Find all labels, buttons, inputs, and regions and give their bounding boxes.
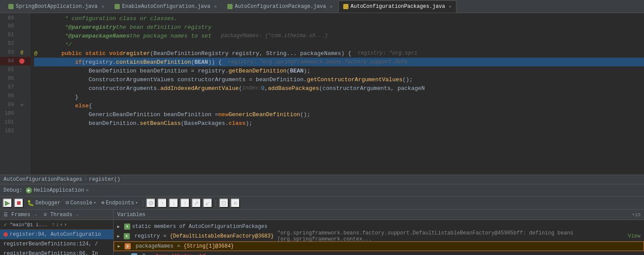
breadcrumb-separator: › xyxy=(84,176,87,183)
toolbar-sep-2 xyxy=(216,200,216,207)
debugger-icon: 🐛 xyxy=(27,200,34,207)
toolbar-more-btn[interactable]: ≡ xyxy=(230,198,240,208)
line-num-100: 100 xyxy=(0,109,17,118)
code-line-94: if (registry. containsBeanDefinition (BE… xyxy=(34,58,644,66)
var-item-index0[interactable]: ▶ ☰ 0 = "com.itheima.sh" xyxy=(114,252,644,255)
frame-check-icon[interactable]: ✓ xyxy=(3,221,7,228)
var-icon-static: s xyxy=(124,224,130,230)
var-equals-packagenames: = xyxy=(177,243,180,249)
code-line-90: * @param registry the bean definition re… xyxy=(34,23,644,31)
line-num-101: 101 xyxy=(0,118,17,127)
line-num-92: 92 xyxy=(0,39,17,48)
expand-arrow-static[interactable]: ▶ xyxy=(117,224,122,229)
debug-app-icon: ▶ xyxy=(26,187,32,193)
frame-nav-btns: ↑ ↓ ‹ › xyxy=(52,222,67,228)
tab-springbootapplication[interactable]: SpringBootApplication.java ✕ xyxy=(3,0,109,13)
toolbar-resume-btn[interactable]: ▶ xyxy=(3,198,12,208)
line-num-91: 91 xyxy=(0,31,17,39)
expand-arrow-packagenames[interactable]: ▶ xyxy=(118,244,123,249)
tab-enableautoconfiguration[interactable]: EnableAutoConfiguration.java ✕ xyxy=(110,0,222,13)
tab-close-springbootapplication[interactable]: ✕ xyxy=(101,4,104,9)
toolbar-settings-btn[interactable]: ⚙ xyxy=(146,198,156,208)
tab-close-autoconfigurationpackages[interactable]: ✕ xyxy=(449,4,452,9)
breadcrumb-method: register() xyxy=(89,176,120,183)
gutter-102 xyxy=(17,127,26,135)
var-name-index0: 0 xyxy=(139,253,145,255)
code-line-95: BeanDefinition beanDefinition = registry… xyxy=(34,66,644,75)
tab-icon-autoconfigurationpackages xyxy=(343,4,348,9)
endpoints-dropdown-arrow: ▾ xyxy=(136,200,138,205)
toolbar-step-into-btn[interactable]: ↓ xyxy=(169,198,178,208)
frame-item-1[interactable]: registerBeanDefinitions:124, / xyxy=(0,239,113,249)
toolbar-stop-btn[interactable]: ⏹ xyxy=(14,198,24,208)
tab-icon-springbootapplication xyxy=(8,4,14,9)
var-icon-registry: s xyxy=(124,233,130,239)
line-num-99: 99 xyxy=(0,100,17,109)
frame-item-0[interactable]: register:94, AutoConfiguratio xyxy=(0,230,113,239)
frame-item-2[interactable]: registerBeanDefinitions:86, In xyxy=(0,249,113,255)
line-num-89: 89 xyxy=(0,14,17,22)
code-line-101: beanDefinition. setBeanClass (BasePackag… xyxy=(34,119,644,128)
debug-panels: ☰ Frames → ≡ Threads → ✓ "main"@1 i... ↑… xyxy=(0,210,644,255)
frame-nav-up[interactable]: ↑ xyxy=(52,222,55,228)
toolbar-run-cursor-btn[interactable]: ↗ xyxy=(191,198,201,208)
frame-nav-prev[interactable]: ‹ xyxy=(60,222,63,228)
code-line-102 xyxy=(34,128,644,136)
toolbar-step-out-btn[interactable]: ↑ xyxy=(180,198,190,208)
line-num-98: 98 xyxy=(0,92,17,100)
gutter-100 xyxy=(17,109,26,118)
debug-label: Debug: xyxy=(3,187,22,193)
debug-app-close[interactable]: ✕ xyxy=(86,187,89,193)
threads-arrow: → xyxy=(76,212,79,217)
toolbar-memory-btn[interactable]: ⊡ xyxy=(219,198,229,208)
var-tree: ▶ s static members of AutoConfigurationP… xyxy=(114,220,644,255)
console-icon: ⊡ xyxy=(66,200,69,206)
toolbar-debugger-label[interactable]: 🐛 Debugger xyxy=(25,200,63,207)
toolbar-evaluate-btn[interactable]: ↙ xyxy=(203,198,212,208)
toolbar-step-over-up-btn[interactable]: ↑ xyxy=(157,198,167,208)
var-value-index0: "com.itheima.sh" xyxy=(156,253,206,255)
toolbar-console-btn[interactable]: ⊡ Console ▾ xyxy=(64,200,98,206)
tab-close-autoconfigurationpackage[interactable]: ✕ xyxy=(330,4,333,9)
line-num-95: 95 xyxy=(0,65,17,74)
var-name-registry: registry xyxy=(132,233,160,239)
variables-header: Variables +15 xyxy=(114,210,644,220)
var-item-registry[interactable]: ▶ s registry = {DefaultListableBeanFacto… xyxy=(114,231,644,241)
tab-autoconfigurationpackages[interactable]: AutoConfigurationPackages.java ✕ xyxy=(338,0,456,13)
code-line-99: else { xyxy=(34,101,644,110)
line-num-93: 93 xyxy=(0,48,17,57)
debug-app: ▶ HelloApplication ✕ xyxy=(26,187,89,193)
var-extra-registry: "org.springframework.beans.factory.suppo… xyxy=(277,230,623,242)
gutter-91 xyxy=(17,31,26,39)
editor-area: 89 90 91 92 93 @ 94 xyxy=(0,13,644,175)
toolbar-endpoints-btn[interactable]: ⊕ Endpoints ▾ xyxy=(100,200,139,206)
frame-nav-down[interactable]: ↓ xyxy=(56,222,59,228)
code-line-91: * @param packageNames the package names … xyxy=(34,31,644,40)
var-type-registry: {DefaultListableBeanFactory@3683} xyxy=(170,233,274,239)
gutter-93: @ xyxy=(17,48,26,57)
tab-autoconfigurationpackage[interactable]: AutoConfigurationPackage.java ✕ xyxy=(223,0,338,13)
variables-panel: Variables +15 ▶ s static members of Auto… xyxy=(114,210,644,255)
expand-arrow-registry[interactable]: ▶ xyxy=(117,234,122,239)
var-item-packagenames[interactable]: ▶ p packageNames = {String[1]@3684} xyxy=(114,241,644,251)
debug-bar: Debug: ▶ HelloApplication ✕ xyxy=(0,184,644,196)
var-icon-list-index0: ☰ xyxy=(131,253,137,255)
line-num-96: 96 xyxy=(0,74,17,83)
line-num-102: 102 xyxy=(0,127,17,135)
tab-label-enableautoconfiguration: EnableAutoConfiguration.java xyxy=(122,3,210,10)
frame-nav-next[interactable]: › xyxy=(64,222,67,228)
debug-toolbar: ▶ ⏹ 🐛 Debugger ⊡ Console ▾ ⊕ Endpoints ▾… xyxy=(0,196,644,210)
var-equals-registry: = xyxy=(163,233,166,239)
tab-close-enableautoconfiguration[interactable]: ✕ xyxy=(214,4,217,9)
breakpoint-dot[interactable] xyxy=(19,59,24,64)
gutter-89 xyxy=(17,14,26,22)
var-view-link-registry[interactable]: View xyxy=(628,233,641,239)
code-line-96: ConstructorArgumentValues constructorArg… xyxy=(34,75,644,84)
var-icon-packagenames: p xyxy=(125,243,131,249)
tab-icon-enableautoconfiguration xyxy=(115,4,120,9)
breadcrumb-path: AutoConfigurationPackages xyxy=(3,176,82,183)
code-content: * configuration class or classes. * @par… xyxy=(31,13,644,175)
var-name-static: static members of AutoConfigurationPacka… xyxy=(132,224,268,230)
code-line-97: constructorArguments. addIndexedArgument… xyxy=(34,84,644,93)
threads-label: Threads xyxy=(50,212,72,218)
